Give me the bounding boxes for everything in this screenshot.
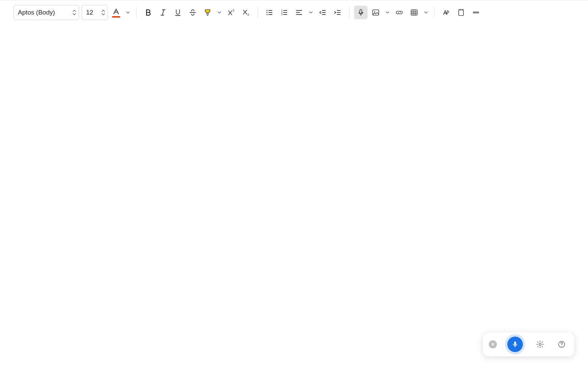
- outdent-button[interactable]: [316, 6, 329, 19]
- svg-point-12: [473, 12, 475, 13]
- svg-point-9: [374, 11, 375, 12]
- font-name-value: Aptos (Body): [18, 9, 55, 16]
- link-icon: [395, 8, 403, 17]
- close-dictation-button[interactable]: [489, 340, 497, 348]
- formatting-toolbar: Aptos (Body) 12: [0, 0, 588, 25]
- read-aloud-button[interactable]: [454, 6, 468, 19]
- svg-point-13: [475, 12, 477, 13]
- dictation-floating-bar: [483, 332, 574, 356]
- highlight-dropdown[interactable]: [216, 6, 223, 19]
- divider: [434, 7, 435, 18]
- underline-button[interactable]: [171, 6, 185, 19]
- font-name-selector[interactable]: Aptos (Body): [14, 5, 79, 20]
- dictate-icon: [357, 8, 365, 17]
- font-color-icon: [112, 7, 120, 16]
- align-dropdown[interactable]: [307, 6, 315, 19]
- svg-rect-11: [459, 9, 463, 16]
- dictate-button[interactable]: [354, 6, 368, 19]
- highlight-button[interactable]: [201, 6, 214, 19]
- align-left-icon: [295, 8, 303, 17]
- font-color-dropdown[interactable]: [124, 6, 132, 19]
- numbered-list-icon: 123: [280, 8, 288, 17]
- bulleted-list-button[interactable]: [263, 6, 276, 19]
- italic-button[interactable]: [156, 6, 170, 19]
- superscript-icon: 2: [227, 8, 235, 17]
- microphone-button[interactable]: [505, 334, 525, 354]
- bold-icon: [144, 8, 152, 17]
- bulleted-list-icon: [265, 8, 273, 17]
- read-aloud-icon: [457, 8, 465, 17]
- indent-button[interactable]: [331, 6, 344, 19]
- bold-button[interactable]: [141, 6, 155, 19]
- indent-icon: [333, 8, 342, 17]
- more-options-button[interactable]: [469, 6, 483, 19]
- svg-point-2: [267, 10, 268, 11]
- image-dropdown[interactable]: [384, 6, 391, 19]
- insert-link-button[interactable]: [393, 6, 406, 19]
- gear-icon: [536, 340, 544, 348]
- strikethrough-button[interactable]: [186, 6, 199, 19]
- insert-image-button[interactable]: [369, 6, 382, 19]
- italic-icon: [159, 8, 167, 17]
- font-color-swatch: [112, 16, 120, 18]
- chevron-down-icon: [385, 10, 390, 15]
- strikethrough-icon: [189, 8, 197, 17]
- insert-table-button[interactable]: [407, 6, 421, 19]
- dictation-help-button[interactable]: [555, 338, 568, 351]
- more-icon: [472, 8, 480, 17]
- divider: [136, 7, 137, 18]
- svg-point-15: [539, 343, 541, 345]
- styles-button[interactable]: [439, 6, 453, 19]
- font-color-button[interactable]: [109, 6, 123, 19]
- microphone-icon: [511, 341, 519, 348]
- styles-icon: [442, 8, 450, 17]
- chevron-down-icon: [217, 10, 221, 15]
- stepper-icon: [101, 9, 106, 16]
- svg-rect-10: [411, 10, 417, 15]
- numbered-list-button[interactable]: 123: [277, 6, 291, 19]
- svg-point-4: [267, 14, 268, 15]
- align-button[interactable]: [292, 6, 306, 19]
- help-icon: [558, 340, 566, 348]
- document-canvas[interactable]: [0, 25, 588, 370]
- svg-rect-8: [373, 10, 379, 15]
- svg-point-3: [267, 12, 268, 13]
- table-icon: [410, 8, 418, 17]
- highlight-icon: [204, 8, 212, 17]
- svg-text:3: 3: [281, 13, 283, 16]
- subscript-button[interactable]: 2: [239, 6, 253, 19]
- divider: [258, 7, 258, 18]
- font-size-selector[interactable]: 12: [82, 5, 108, 20]
- outdent-icon: [319, 8, 327, 17]
- chevron-down-icon: [126, 10, 130, 15]
- font-size-value: 12: [86, 9, 93, 16]
- svg-point-17: [561, 346, 562, 346]
- svg-text:2: 2: [247, 13, 249, 16]
- chevron-down-icon: [424, 10, 428, 15]
- underline-icon: [174, 8, 182, 17]
- divider: [349, 7, 349, 18]
- table-dropdown[interactable]: [422, 6, 430, 19]
- svg-point-14: [477, 12, 479, 13]
- dictation-settings-button[interactable]: [533, 338, 547, 351]
- svg-text:2: 2: [233, 9, 234, 12]
- close-icon: [491, 342, 495, 346]
- chevron-down-icon: [309, 10, 313, 15]
- stepper-icon: [72, 9, 77, 16]
- superscript-button[interactable]: 2: [224, 6, 238, 19]
- subscript-icon: 2: [242, 8, 250, 17]
- image-icon: [372, 8, 380, 17]
